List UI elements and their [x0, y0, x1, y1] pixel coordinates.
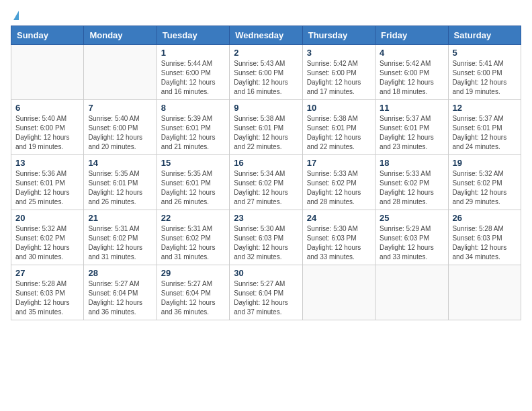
day-info: Sunrise: 5:32 AM Sunset: 6:02 PM Dayligh…	[453, 169, 517, 207]
calendar-cell: 9 Sunrise: 5:38 AM Sunset: 6:01 PM Dayli…	[230, 100, 302, 155]
day-info: Sunrise: 5:44 AM Sunset: 6:00 PM Dayligh…	[161, 59, 225, 97]
day-info: Sunrise: 5:27 AM Sunset: 6:04 PM Dayligh…	[234, 279, 298, 317]
day-number: 7	[88, 103, 152, 113]
calendar-cell: 24 Sunrise: 5:30 AM Sunset: 6:03 PM Dayl…	[302, 210, 375, 265]
day-number: 20	[15, 213, 79, 223]
day-number: 25	[380, 213, 443, 223]
day-number: 16	[234, 158, 298, 168]
calendar-cell	[11, 45, 84, 100]
day-number: 10	[307, 103, 371, 113]
day-number: 15	[161, 158, 225, 168]
calendar-cell: 2 Sunrise: 5:43 AM Sunset: 6:00 PM Dayli…	[230, 45, 302, 100]
calendar-cell: 28 Sunrise: 5:27 AM Sunset: 6:04 PM Dayl…	[84, 265, 157, 320]
calendar-header-tuesday: Tuesday	[157, 26, 229, 45]
calendar-week-row: 20 Sunrise: 5:32 AM Sunset: 6:02 PM Dayl…	[11, 210, 521, 265]
calendar-cell: 3 Sunrise: 5:42 AM Sunset: 6:00 PM Dayli…	[302, 45, 375, 100]
day-info: Sunrise: 5:28 AM Sunset: 6:03 PM Dayligh…	[453, 224, 517, 262]
calendar-cell: 1 Sunrise: 5:44 AM Sunset: 6:00 PM Dayli…	[157, 45, 229, 100]
day-info: Sunrise: 5:27 AM Sunset: 6:04 PM Dayligh…	[88, 279, 152, 317]
day-info: Sunrise: 5:38 AM Sunset: 6:01 PM Dayligh…	[234, 114, 298, 152]
calendar-cell: 6 Sunrise: 5:40 AM Sunset: 6:00 PM Dayli…	[11, 100, 84, 155]
calendar-cell: 5 Sunrise: 5:41 AM Sunset: 6:00 PM Dayli…	[448, 45, 521, 100]
calendar-header-friday: Friday	[375, 26, 448, 45]
day-number: 14	[88, 158, 152, 168]
day-number: 26	[453, 213, 517, 223]
day-info: Sunrise: 5:34 AM Sunset: 6:02 PM Dayligh…	[234, 169, 298, 207]
calendar-cell: 27 Sunrise: 5:28 AM Sunset: 6:03 PM Dayl…	[11, 265, 84, 320]
day-number: 2	[234, 48, 298, 58]
day-info: Sunrise: 5:38 AM Sunset: 6:01 PM Dayligh…	[307, 114, 371, 152]
day-info: Sunrise: 5:43 AM Sunset: 6:00 PM Dayligh…	[234, 59, 298, 97]
calendar-cell: 23 Sunrise: 5:30 AM Sunset: 6:03 PM Dayl…	[230, 210, 302, 265]
day-number: 1	[161, 48, 225, 58]
calendar-cell: 10 Sunrise: 5:38 AM Sunset: 6:01 PM Dayl…	[302, 100, 375, 155]
day-info: Sunrise: 5:37 AM Sunset: 6:01 PM Dayligh…	[453, 114, 517, 152]
day-number: 22	[161, 213, 225, 223]
day-number: 11	[380, 103, 443, 113]
calendar-cell	[84, 45, 157, 100]
day-number: 19	[453, 158, 517, 168]
day-info: Sunrise: 5:31 AM Sunset: 6:02 PM Dayligh…	[161, 224, 225, 262]
calendar-cell: 19 Sunrise: 5:32 AM Sunset: 6:02 PM Dayl…	[448, 155, 521, 210]
calendar-week-row: 1 Sunrise: 5:44 AM Sunset: 6:00 PM Dayli…	[11, 45, 521, 100]
logo	[11, 11, 19, 17]
calendar-week-row: 6 Sunrise: 5:40 AM Sunset: 6:00 PM Dayli…	[11, 100, 521, 155]
day-number: 8	[161, 103, 225, 113]
day-info: Sunrise: 5:31 AM Sunset: 6:02 PM Dayligh…	[88, 224, 152, 262]
calendar-cell: 4 Sunrise: 5:42 AM Sunset: 6:00 PM Dayli…	[375, 45, 448, 100]
calendar-cell: 25 Sunrise: 5:29 AM Sunset: 6:03 PM Dayl…	[375, 210, 448, 265]
day-info: Sunrise: 5:40 AM Sunset: 6:00 PM Dayligh…	[15, 114, 79, 152]
calendar-table: SundayMondayTuesdayWednesdayThursdayFrid…	[11, 26, 521, 320]
day-info: Sunrise: 5:42 AM Sunset: 6:00 PM Dayligh…	[380, 59, 443, 97]
calendar-cell: 30 Sunrise: 5:27 AM Sunset: 6:04 PM Dayl…	[230, 265, 302, 320]
day-info: Sunrise: 5:41 AM Sunset: 6:00 PM Dayligh…	[453, 59, 517, 97]
day-number: 21	[88, 213, 152, 223]
day-number: 6	[15, 103, 79, 113]
calendar-cell: 14 Sunrise: 5:35 AM Sunset: 6:01 PM Dayl…	[84, 155, 157, 210]
day-number: 28	[88, 268, 152, 278]
day-number: 17	[307, 158, 371, 168]
day-number: 23	[234, 213, 298, 223]
day-info: Sunrise: 5:30 AM Sunset: 6:03 PM Dayligh…	[307, 224, 371, 262]
calendar-header-saturday: Saturday	[448, 26, 521, 45]
day-info: Sunrise: 5:35 AM Sunset: 6:01 PM Dayligh…	[161, 169, 225, 207]
calendar-cell: 17 Sunrise: 5:33 AM Sunset: 6:02 PM Dayl…	[302, 155, 375, 210]
day-info: Sunrise: 5:37 AM Sunset: 6:01 PM Dayligh…	[380, 114, 443, 152]
calendar-cell: 18 Sunrise: 5:33 AM Sunset: 6:02 PM Dayl…	[375, 155, 448, 210]
calendar-cell: 20 Sunrise: 5:32 AM Sunset: 6:02 PM Dayl…	[11, 210, 84, 265]
day-number: 18	[380, 158, 443, 168]
day-number: 9	[234, 103, 298, 113]
calendar-header-wednesday: Wednesday	[230, 26, 302, 45]
day-info: Sunrise: 5:40 AM Sunset: 6:00 PM Dayligh…	[88, 114, 152, 152]
calendar-header-thursday: Thursday	[302, 26, 375, 45]
calendar-cell: 11 Sunrise: 5:37 AM Sunset: 6:01 PM Dayl…	[375, 100, 448, 155]
calendar-cell: 26 Sunrise: 5:28 AM Sunset: 6:03 PM Dayl…	[448, 210, 521, 265]
logo-triangle-icon	[13, 11, 19, 20]
calendar-header-monday: Monday	[84, 26, 157, 45]
calendar-cell	[448, 265, 521, 320]
day-info: Sunrise: 5:29 AM Sunset: 6:03 PM Dayligh…	[380, 224, 443, 262]
day-number: 30	[234, 268, 298, 278]
day-info: Sunrise: 5:33 AM Sunset: 6:02 PM Dayligh…	[380, 169, 443, 207]
day-number: 29	[161, 268, 225, 278]
calendar-cell: 21 Sunrise: 5:31 AM Sunset: 6:02 PM Dayl…	[84, 210, 157, 265]
day-number: 24	[307, 213, 371, 223]
day-info: Sunrise: 5:42 AM Sunset: 6:00 PM Dayligh…	[307, 59, 371, 97]
page-header	[11, 11, 521, 17]
calendar-cell: 12 Sunrise: 5:37 AM Sunset: 6:01 PM Dayl…	[448, 100, 521, 155]
calendar-cell: 8 Sunrise: 5:39 AM Sunset: 6:01 PM Dayli…	[157, 100, 229, 155]
day-number: 12	[453, 103, 517, 113]
calendar-cell: 29 Sunrise: 5:27 AM Sunset: 6:04 PM Dayl…	[157, 265, 229, 320]
calendar-cell: 15 Sunrise: 5:35 AM Sunset: 6:01 PM Dayl…	[157, 155, 229, 210]
calendar-cell	[302, 265, 375, 320]
day-number: 5	[453, 48, 517, 58]
day-info: Sunrise: 5:30 AM Sunset: 6:03 PM Dayligh…	[234, 224, 298, 262]
calendar-header-row: SundayMondayTuesdayWednesdayThursdayFrid…	[11, 26, 521, 45]
day-info: Sunrise: 5:33 AM Sunset: 6:02 PM Dayligh…	[307, 169, 371, 207]
day-info: Sunrise: 5:32 AM Sunset: 6:02 PM Dayligh…	[15, 224, 79, 262]
day-number: 4	[380, 48, 443, 58]
day-info: Sunrise: 5:36 AM Sunset: 6:01 PM Dayligh…	[15, 169, 79, 207]
day-number: 13	[15, 158, 79, 168]
calendar-cell: 16 Sunrise: 5:34 AM Sunset: 6:02 PM Dayl…	[230, 155, 302, 210]
calendar-cell: 22 Sunrise: 5:31 AM Sunset: 6:02 PM Dayl…	[157, 210, 229, 265]
